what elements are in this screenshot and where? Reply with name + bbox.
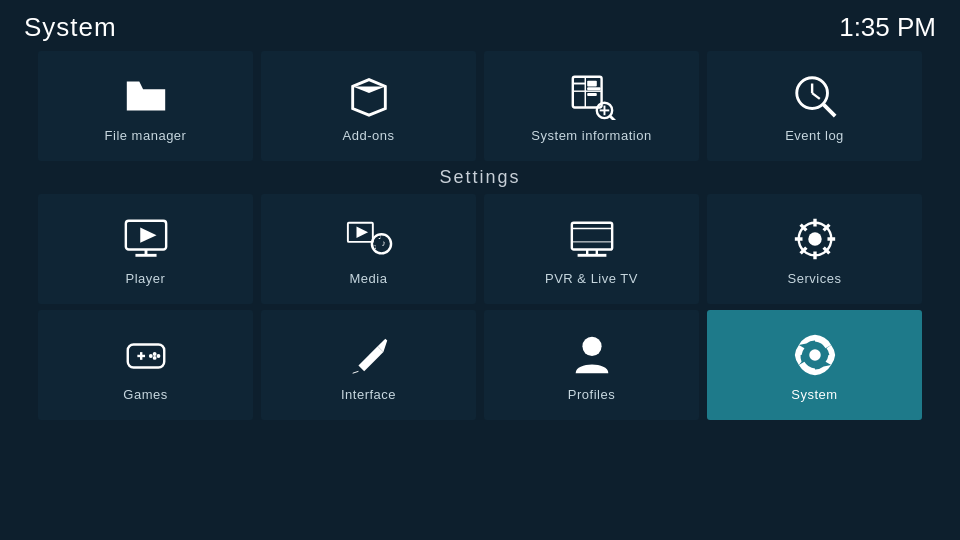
system-icon bbox=[789, 329, 841, 381]
tile-pvr-live-tv[interactable]: PVR & Live TV bbox=[484, 194, 699, 304]
profiles-icon bbox=[566, 329, 618, 381]
profiles-label: Profiles bbox=[568, 387, 615, 402]
svg-marker-20 bbox=[356, 226, 368, 238]
media-label: Media bbox=[350, 271, 388, 286]
svg-rect-4 bbox=[587, 80, 597, 86]
system-information-icon bbox=[566, 70, 618, 122]
svg-line-40 bbox=[352, 371, 358, 373]
tile-add-ons[interactable]: Add-ons bbox=[261, 51, 476, 161]
tile-media[interactable]: ♩ ♪ ♫ Media bbox=[261, 194, 476, 304]
top-tiles-row: File manager Add-ons System information … bbox=[0, 51, 960, 161]
settings-label: Settings bbox=[439, 167, 520, 187]
svg-point-37 bbox=[152, 355, 156, 359]
tile-system[interactable]: System bbox=[707, 310, 922, 420]
games-label: Games bbox=[123, 387, 167, 402]
pvr-live-tv-icon bbox=[566, 213, 618, 265]
svg-point-42 bbox=[809, 349, 821, 361]
svg-rect-5 bbox=[587, 87, 600, 90]
interface-icon bbox=[343, 329, 395, 381]
svg-point-31 bbox=[808, 232, 821, 245]
clock: 1:35 PM bbox=[839, 12, 936, 43]
svg-marker-16 bbox=[140, 227, 156, 242]
settings-row-1: Player ♩ ♪ ♫ Media PVR & Live TV Service… bbox=[0, 194, 960, 304]
tile-player[interactable]: Player bbox=[38, 194, 253, 304]
system-label: System bbox=[791, 387, 837, 402]
games-icon bbox=[120, 329, 172, 381]
tile-profiles[interactable]: Profiles bbox=[484, 310, 699, 420]
event-log-icon bbox=[789, 70, 841, 122]
interface-label: Interface bbox=[341, 387, 396, 402]
svg-point-36 bbox=[152, 352, 156, 356]
system-information-label: System information bbox=[531, 128, 651, 143]
svg-rect-0 bbox=[572, 76, 601, 107]
player-icon bbox=[120, 213, 172, 265]
event-log-label: Event log bbox=[785, 128, 844, 143]
pvr-live-tv-label: PVR & Live TV bbox=[545, 271, 638, 286]
tile-interface[interactable]: Interface bbox=[261, 310, 476, 420]
svg-point-41 bbox=[582, 336, 601, 355]
svg-rect-6 bbox=[587, 93, 597, 96]
tile-event-log[interactable]: Event log bbox=[707, 51, 922, 161]
svg-line-13 bbox=[812, 93, 820, 99]
services-icon bbox=[789, 213, 841, 265]
tile-games[interactable]: Games bbox=[38, 310, 253, 420]
tile-services[interactable]: Services bbox=[707, 194, 922, 304]
add-ons-icon bbox=[343, 70, 395, 122]
svg-text:♩: ♩ bbox=[377, 233, 380, 240]
settings-row-2: Games Interface Profiles System bbox=[0, 310, 960, 420]
services-label: Services bbox=[788, 271, 842, 286]
svg-line-8 bbox=[610, 116, 615, 120]
svg-point-39 bbox=[156, 354, 160, 358]
tile-file-manager[interactable]: File manager bbox=[38, 51, 253, 161]
svg-text:♪: ♪ bbox=[381, 237, 385, 247]
media-icon: ♩ ♪ ♫ bbox=[343, 213, 395, 265]
tile-system-information[interactable]: System information bbox=[484, 51, 699, 161]
app-title: System bbox=[24, 12, 117, 43]
svg-point-38 bbox=[148, 354, 152, 358]
svg-text:♫: ♫ bbox=[371, 242, 376, 249]
player-label: Player bbox=[126, 271, 166, 286]
add-ons-label: Add-ons bbox=[343, 128, 395, 143]
svg-line-14 bbox=[823, 104, 835, 116]
file-manager-label: File manager bbox=[105, 128, 187, 143]
file-manager-icon bbox=[120, 70, 172, 122]
svg-rect-25 bbox=[571, 222, 611, 249]
